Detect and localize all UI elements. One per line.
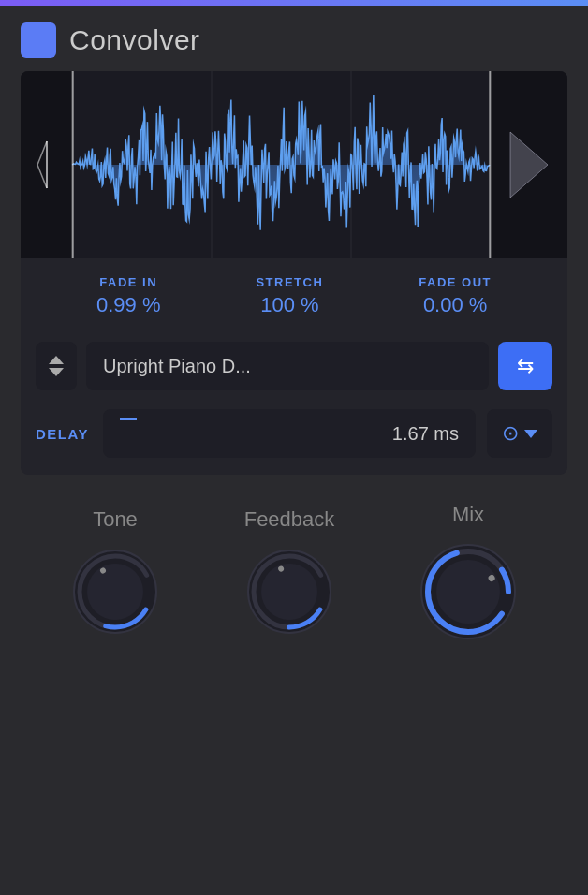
mix-knob[interactable] [417, 540, 520, 643]
fade-in-label: FADE IN [99, 275, 157, 289]
delay-row: DELAY 1.67 ms ⊙ [21, 400, 567, 475]
main-panel: FADE IN 0.99 % STRETCH 100 % FADE OUT 0.… [21, 71, 567, 475]
stretch-label: STRETCH [256, 275, 323, 289]
stretch-group[interactable]: STRETCH 100 % [256, 275, 323, 317]
tone-knob[interactable] [68, 545, 162, 638]
feedback-knob[interactable] [243, 545, 336, 638]
fade-in-value: 0.99 % [96, 293, 161, 317]
preset-row: Upright Piano D... ⇆ [21, 332, 567, 400]
knobs-section: Tone Feedback [0, 475, 588, 662]
feedback-knob-group: Feedback [243, 507, 336, 638]
preset-down-icon [49, 368, 64, 376]
delay-label: DELAY [36, 426, 92, 442]
preset-swap-button[interactable]: ⇆ [498, 342, 552, 390]
mix-knob-group: Mix [417, 503, 520, 643]
preset-stepper[interactable] [36, 342, 77, 390]
fade-in-group[interactable]: FADE IN 0.99 % [96, 275, 161, 317]
plugin-icon [21, 22, 56, 58]
delay-value-box[interactable]: 1.67 ms [103, 409, 476, 458]
svg-point-17 [436, 560, 500, 624]
svg-line-2 [37, 165, 47, 188]
feedback-label: Feedback [244, 507, 335, 532]
fade-in-marker[interactable] [72, 71, 74, 258]
stretch-value: 100 % [260, 293, 318, 317]
zoom-left-handle[interactable] [21, 71, 72, 258]
svg-point-12 [261, 564, 317, 620]
header: Convolver [0, 6, 588, 71]
preset-name-display[interactable]: Upright Piano D... [86, 342, 489, 390]
clock-icon: ⊙ [502, 421, 519, 446]
params-row: FADE IN 0.99 % STRETCH 100 % FADE OUT 0.… [21, 258, 567, 332]
delay-value: 1.67 ms [392, 423, 459, 445]
svg-point-7 [87, 564, 143, 620]
fade-out-value: 0.00 % [423, 293, 488, 317]
waveform-display[interactable] [21, 71, 567, 258]
svg-line-1 [37, 141, 47, 165]
tone-knob-group: Tone [68, 507, 162, 638]
delay-dash [120, 418, 137, 420]
preset-up-icon [49, 356, 64, 364]
zoom-right-handle[interactable] [491, 71, 567, 258]
fade-out-group[interactable]: FADE OUT 0.00 % [419, 275, 492, 317]
swap-icon: ⇆ [517, 354, 534, 378]
tone-label: Tone [93, 507, 138, 532]
delay-dropdown-icon [524, 430, 537, 438]
fade-out-label: FADE OUT [419, 275, 492, 289]
delay-controls[interactable]: ⊙ [487, 409, 552, 458]
plugin-title: Convolver [69, 24, 200, 56]
svg-marker-3 [510, 132, 548, 198]
mix-label: Mix [452, 503, 484, 527]
